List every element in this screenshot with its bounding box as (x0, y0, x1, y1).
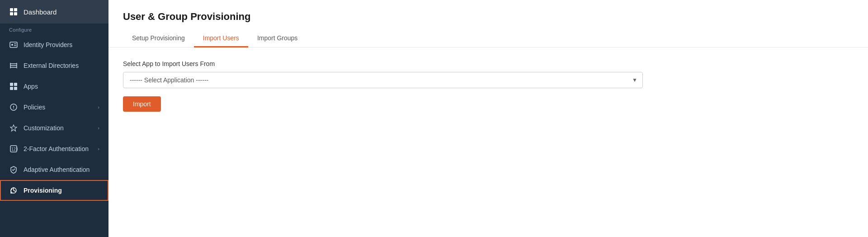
svg-rect-14 (14, 83, 17, 86)
select-app-label: Select App to Import Users From (123, 60, 854, 67)
page-header: User & Group Provisioning Setup Provisio… (108, 0, 868, 47)
sidebar-item-label: Apps (24, 83, 38, 90)
page-title: User & Group Provisioning (123, 11, 854, 23)
shield-icon (9, 165, 18, 174)
svg-rect-13 (10, 83, 13, 86)
svg-rect-4 (10, 42, 17, 47)
sidebar-item-label: 2-Factor Authentication (24, 145, 89, 152)
sidebar-item-label: Adaptive Authentication (24, 166, 90, 173)
svg-point-19 (13, 108, 14, 109)
sidebar-item-apps[interactable]: Apps (0, 76, 108, 97)
sidebar-item-label: Customization (24, 124, 64, 132)
tab-import-users[interactable]: Import Users (194, 30, 248, 47)
policies-icon (9, 103, 18, 112)
id-icon (9, 40, 18, 49)
tab-bar: Setup Provisioning Import Users Import G… (123, 30, 854, 47)
svg-rect-2 (10, 12, 13, 15)
configure-section-label: Configure (0, 24, 108, 34)
ext-dir-icon (9, 61, 18, 70)
import-button[interactable]: Import (123, 96, 161, 112)
page-body: Select App to Import Users From ------ S… (108, 47, 868, 237)
apps-icon (9, 82, 18, 91)
dashboard-label: Dashboard (24, 8, 57, 16)
svg-rect-15 (10, 87, 13, 90)
2fa-icon: 123 (9, 144, 18, 153)
sidebar-item-label: Identity Providers (24, 41, 72, 48)
sidebar-item-policies[interactable]: Policies › (0, 97, 108, 118)
sidebar-item-external-directories[interactable]: External Directories (0, 55, 108, 76)
sidebar-item-dashboard[interactable]: Dashboard (0, 0, 108, 24)
tab-setup-provisioning[interactable]: Setup Provisioning (123, 30, 194, 47)
app-select-wrapper: ------ Select Application ------ ▼ (123, 72, 643, 88)
tab-import-groups[interactable]: Import Groups (248, 30, 307, 47)
sidebar-item-label: External Directories (24, 62, 79, 69)
app-select[interactable]: ------ Select Application ------ (123, 72, 643, 88)
custom-icon (9, 123, 18, 133)
svg-rect-3 (14, 12, 17, 15)
sidebar-item-identity-providers[interactable]: Identity Providers (0, 34, 108, 55)
chevron-right-icon: › (98, 146, 99, 152)
sidebar-item-provisioning[interactable]: Provisioning (0, 180, 108, 201)
chevron-right-icon: › (98, 104, 99, 110)
sidebar-item-label: Provisioning (24, 187, 62, 194)
provisioning-icon (9, 186, 18, 195)
sidebar-item-label: Policies (24, 104, 45, 111)
dashboard-icon (9, 7, 18, 16)
sidebar-item-2fa[interactable]: 123 2-Factor Authentication › (0, 138, 108, 159)
sidebar: Dashboard Configure Identity Providers E (0, 0, 108, 237)
svg-rect-16 (14, 87, 17, 90)
svg-text:123: 123 (11, 147, 18, 152)
chevron-right-icon: › (98, 125, 99, 131)
svg-rect-1 (14, 8, 17, 11)
svg-point-5 (11, 44, 13, 46)
sidebar-item-adaptive-auth[interactable]: Adaptive Authentication (0, 159, 108, 180)
svg-rect-0 (10, 8, 13, 11)
main-content: User & Group Provisioning Setup Provisio… (108, 0, 868, 237)
sidebar-item-customization[interactable]: Customization › (0, 118, 108, 138)
